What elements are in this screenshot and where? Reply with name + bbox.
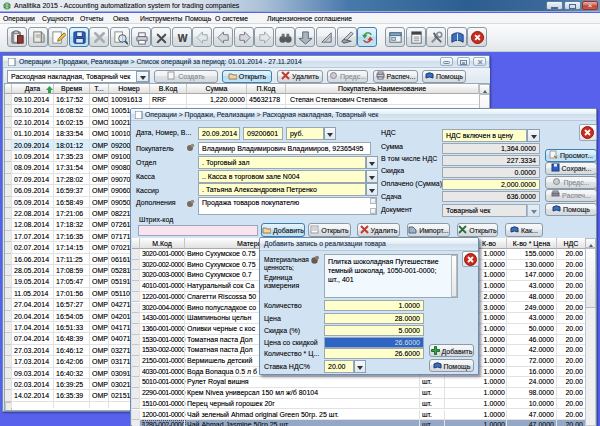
svg-text:W: W	[177, 33, 187, 44]
